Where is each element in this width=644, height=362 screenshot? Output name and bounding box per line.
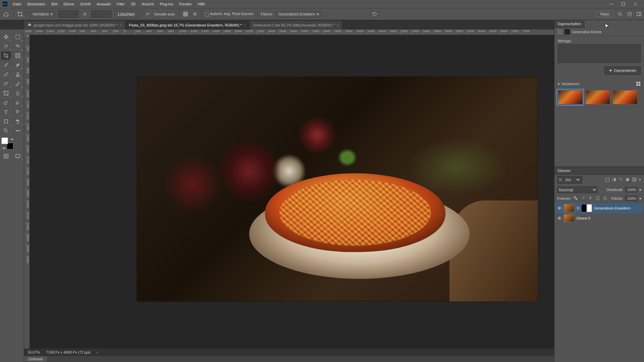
tab-document-2[interactable]: Pasta_03_4000px.jpeg bei 16,7% (Generati… [125, 21, 250, 29]
maximize-icon[interactable] [617, 0, 629, 8]
menu-schrift[interactable]: Schrift [77, 1, 93, 7]
filter-adjust-icon[interactable] [612, 177, 617, 183]
history-brush-tool-icon[interactable] [1, 79, 11, 88]
zoom-tool-icon[interactable] [1, 126, 11, 135]
generate-button[interactable]: ✦Generieren [604, 66, 641, 75]
lock-pixels-icon[interactable] [581, 196, 586, 201]
visibility-icon[interactable] [557, 216, 562, 221]
swap-colors-icon[interactable]: ⇄ [11, 137, 13, 141]
eraser-tool-icon[interactable] [13, 79, 23, 88]
menu-bild[interactable]: Bild [49, 1, 60, 7]
tab-document-1[interactable]: google bard und chatgpt.psdc bei 100% (R… [24, 21, 125, 29]
eyedropper-tool-icon[interactable] [1, 61, 11, 69]
lock-all-icon[interactable] [603, 196, 608, 201]
menu-auswahl[interactable]: Auswahl [94, 1, 113, 7]
healing-tool-icon[interactable] [13, 61, 23, 69]
chevron-down-icon[interactable]: ▾ [639, 188, 641, 192]
close-tab-icon[interactable]: × [244, 23, 246, 27]
properties-panel-tab[interactable]: Eigenschaften [554, 20, 585, 28]
prompt-input[interactable] [558, 44, 641, 63]
hand-tool-icon[interactable] [13, 117, 23, 126]
fill-input[interactable]: 100% [625, 196, 637, 201]
variation-thumb-1[interactable] [558, 90, 583, 104]
layers-panel-tab[interactable]: Ebenen [554, 167, 644, 175]
stamp-tool-icon[interactable] [13, 70, 23, 79]
link-icon[interactable]: ⛓ [577, 206, 579, 210]
swap-dims-icon[interactable] [82, 11, 88, 17]
fill-dropdown[interactable]: Generatives Erweitern▾ [276, 11, 322, 17]
close-tab-icon[interactable]: × [120, 23, 122, 27]
zoom-level[interactable]: 16.67% [28, 350, 40, 354]
close-tab-icon[interactable]: × [337, 23, 339, 27]
blur-tool-icon[interactable] [13, 89, 23, 98]
chevron-down-icon[interactable]: ▾ [639, 196, 641, 201]
collapse-icon[interactable]: ▾ [558, 82, 560, 86]
chevron-right-icon[interactable]: › [97, 350, 98, 354]
reset-colors-icon[interactable]: ◻◼ [1, 147, 5, 149]
filter-pixel-icon[interactable] [605, 177, 610, 183]
menu-bearbeiten[interactable]: Bearbeiten [25, 1, 48, 7]
move-tool-icon[interactable] [1, 33, 11, 41]
filter-smart-icon[interactable] [632, 177, 637, 183]
ratio-width-input[interactable] [58, 10, 78, 18]
timeline-panel[interactable]: Zeitleiste [24, 356, 554, 362]
crop-tool-icon[interactable] [1, 51, 11, 60]
reset-crop-icon[interactable] [372, 11, 378, 17]
ruler-horizontal[interactable]: 1800160014001200100080060040020002004006… [24, 29, 554, 35]
gear-icon[interactable] [192, 11, 198, 17]
dodge-tool-icon[interactable] [1, 98, 11, 107]
help-icon[interactable]: ? [627, 11, 633, 17]
frame-tool-icon[interactable] [13, 51, 23, 60]
menu-3d[interactable]: 3D [128, 1, 138, 7]
artboard-tool-icon[interactable] [13, 33, 23, 41]
ruler-vertical[interactable]: 0200400600800100012001400160018002000220… [24, 35, 30, 349]
quickmask-icon[interactable] [1, 152, 11, 161]
doc-info[interactable]: 7190 Px x 4000 Px (72 ppi) [46, 350, 91, 354]
variation-thumb-3[interactable] [613, 90, 638, 104]
path-select-tool-icon[interactable] [13, 108, 23, 116]
visibility-icon[interactable] [557, 206, 562, 210]
minimize-icon[interactable] [605, 0, 617, 8]
shape-tool-icon[interactable] [1, 117, 11, 126]
ratio-dropdown[interactable]: Verhältnis▾ [30, 11, 55, 17]
lock-artboard-icon[interactable] [595, 196, 601, 201]
straighten-icon[interactable] [145, 11, 151, 17]
layer-filter-dropdown[interactable]: Art [557, 176, 582, 184]
type-tool-icon[interactable] [1, 108, 11, 116]
clear-button[interactable]: Löschen [115, 10, 138, 18]
grid-overlay-icon[interactable] [182, 11, 189, 17]
menu-filter[interactable]: Filter [114, 1, 127, 7]
layer-name[interactable]: Ebene 0 [577, 216, 590, 220]
grid-view-icon[interactable] [636, 81, 641, 86]
layer-item[interactable]: Ebene 0 [556, 213, 643, 223]
variation-thumb-2[interactable] [585, 90, 610, 104]
menu-datei[interactable]: Datei [10, 1, 24, 7]
search-icon[interactable] [617, 11, 623, 17]
pen-tool-icon[interactable] [13, 98, 23, 107]
gradient-tool-icon[interactable] [1, 89, 11, 98]
filter-shape-icon[interactable] [625, 177, 631, 183]
menu-fenster[interactable]: Fenster [176, 1, 194, 7]
lasso-tool-icon[interactable] [1, 42, 11, 51]
quick-select-tool-icon[interactable] [13, 42, 23, 51]
color-swatch[interactable]: ⇄◻◼ [1, 137, 13, 149]
menu-ansicht[interactable]: Ansicht [139, 1, 156, 7]
delete-pixels-checkbox[interactable]: Außerh. lieg. Pixel löschen [205, 12, 254, 16]
blend-mode-dropdown[interactable]: Normal [557, 186, 597, 193]
share-button[interactable]: Teilen [595, 11, 614, 17]
lock-transparency-icon[interactable] [573, 196, 579, 201]
tab-document-3[interactable]: Unbenannt-1 bei 66,7% (Märchenwald, RGB/… [250, 21, 342, 29]
crop-tool-icon[interactable] [17, 11, 23, 17]
edit-toolbar-icon[interactable] [13, 126, 23, 135]
ratio-height-input[interactable] [91, 10, 111, 18]
opacity-input[interactable]: 100% [625, 187, 637, 192]
screenmode-icon[interactable] [13, 152, 23, 161]
home-icon[interactable] [2, 10, 10, 18]
lock-position-icon[interactable] [588, 196, 593, 201]
brush-tool-icon[interactable] [1, 70, 11, 79]
layer-name[interactable]: Generatives Erweitern [594, 206, 631, 210]
workspace-icon[interactable] [636, 11, 642, 17]
menu-hilfe[interactable]: Hilfe [195, 1, 208, 7]
close-icon[interactable] [629, 0, 641, 8]
canvas[interactable] [30, 35, 554, 349]
